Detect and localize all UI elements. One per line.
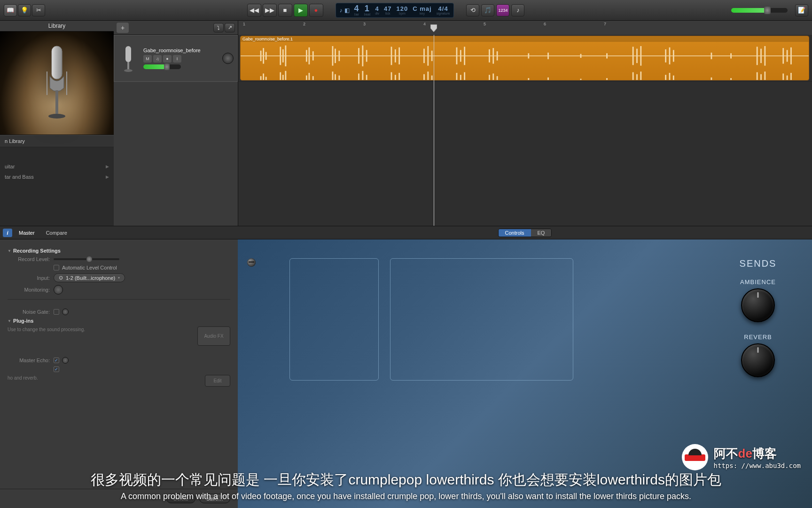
svg-rect-31	[456, 48, 458, 64]
svg-rect-78	[464, 72, 465, 80]
plugin-description: Use to change the sound processing.	[8, 326, 193, 333]
forward-button[interactable]: ▶▶	[263, 4, 277, 17]
lcd-display[interactable]: ♪◧ 4bar 1beat 4div 47tick 120bpm C majke…	[336, 3, 454, 18]
svg-rect-24	[366, 50, 367, 62]
svg-rect-19	[332, 46, 334, 66]
svg-rect-61	[306, 75, 307, 80]
svg-rect-80	[492, 73, 494, 80]
svg-rect-68	[362, 71, 363, 80]
top-toolbar: 📖 💡 ✂ ◀◀ ▶▶ ■ ▶ ● ♪◧ 4bar 1beat 4div 47t…	[0, 0, 812, 21]
input-select[interactable]: ⊙1-2 (Built...icrophone)	[54, 273, 125, 282]
input-monitor-button[interactable]: I	[173, 55, 181, 63]
delete-button[interactable]: Delete	[166, 494, 195, 503]
track-volume-slider[interactable]	[143, 64, 181, 69]
svg-rect-74	[427, 71, 429, 80]
svg-rect-45	[669, 48, 671, 64]
monitoring-label: Monitoring:	[8, 287, 50, 293]
svg-rect-69	[366, 75, 367, 80]
auto-level-checkbox[interactable]	[54, 265, 59, 270]
record-enable-button[interactable]: ●	[163, 55, 172, 63]
master-echo-label: Master Echo:	[8, 357, 50, 363]
rewind-button[interactable]: ◀◀	[247, 4, 261, 17]
track-header[interactable]: Gabe_roomnoise_before M ♫ ● I	[114, 35, 238, 82]
library-browser-header[interactable]: n Library	[0, 135, 114, 147]
cycle-button[interactable]: ⟲	[466, 4, 479, 16]
svg-rect-57	[265, 77, 267, 80]
edit-button[interactable]: Edit	[205, 375, 230, 387]
controls-tab[interactable]: Controls	[499, 229, 531, 237]
master-echo-knob[interactable]	[62, 357, 69, 364]
scissors-button[interactable]: ✂	[32, 4, 45, 16]
notepad-button[interactable]: 📝	[795, 4, 808, 16]
svg-rect-77	[460, 75, 461, 80]
compare-tab[interactable]: Compare	[41, 229, 72, 237]
microphone-icon	[40, 43, 73, 123]
master-tab[interactable]: Master	[14, 229, 39, 237]
reverb-knob[interactable]	[741, 343, 775, 377]
arrange-area[interactable]: Gabe_roomnoise_before.1	[238, 35, 812, 226]
svg-rect-71	[395, 75, 396, 80]
svg-rect-99	[790, 73, 792, 80]
ambience-knob[interactable]	[741, 288, 775, 322]
playhead-handle[interactable]	[430, 24, 437, 33]
master-volume-slider[interactable]	[731, 8, 788, 13]
plugins-header[interactable]: Plug-ins	[8, 318, 230, 324]
eq-tab[interactable]: EQ	[531, 229, 552, 237]
region-name: Gabe_roomnoise_before.1	[241, 36, 809, 42]
audio-fx-slot[interactable]: Audio FX	[197, 326, 230, 346]
catch-icon[interactable]: ↗	[225, 23, 235, 32]
quick-help-button[interactable]: 💡	[18, 4, 31, 16]
library-category-guitar[interactable]: uitar▶	[0, 161, 114, 172]
record-level-slider[interactable]	[54, 258, 119, 260]
svg-rect-1	[52, 46, 62, 79]
svg-rect-67	[358, 73, 359, 80]
stop-button[interactable]: ■	[278, 4, 292, 17]
play-button[interactable]: ▶	[294, 4, 308, 17]
info-tab[interactable]: i	[3, 229, 12, 237]
master-echo-checkbox[interactable]	[54, 357, 59, 363]
smart-control-slot-1[interactable]	[289, 258, 379, 381]
automation-icon[interactable]: ⤵	[213, 23, 224, 32]
library-category-bass[interactable]: tar and Bass▶	[0, 172, 114, 182]
record-button[interactable]: ●	[309, 4, 323, 17]
solo-button[interactable]: ♫	[153, 55, 162, 63]
metronome-button[interactable]: ♪	[511, 4, 524, 16]
svg-rect-23	[362, 46, 363, 66]
svg-rect-37	[528, 53, 529, 58]
noise-gate-checkbox[interactable]	[54, 309, 59, 315]
mute-button[interactable]: M	[143, 55, 152, 63]
svg-rect-58	[280, 72, 281, 80]
master-reverb-checkbox[interactable]	[54, 366, 59, 372]
svg-rect-12	[265, 52, 267, 60]
countin-button[interactable]: 1234	[496, 4, 509, 16]
svg-rect-7	[125, 46, 131, 62]
svg-rect-41	[632, 47, 634, 65]
audio-region[interactable]: Gabe_roomnoise_before.1	[240, 36, 809, 80]
lcd-beat: 1	[365, 4, 370, 13]
svg-rect-91	[673, 75, 674, 80]
svg-rect-75	[431, 75, 433, 80]
svg-rect-22	[358, 48, 359, 64]
lcd-tick: 47	[384, 6, 391, 12]
tuner-button[interactable]: 🎵	[481, 4, 494, 16]
monitoring-button[interactable]	[54, 285, 63, 294]
svg-rect-90	[669, 73, 671, 80]
svg-rect-93	[730, 78, 732, 80]
svg-rect-33	[464, 47, 465, 65]
pan-knob[interactable]	[222, 53, 234, 64]
library-toggle-button[interactable]: 📖	[4, 4, 17, 16]
noise-gate-edit-button[interactable]	[62, 309, 69, 315]
library-panel: Library n Library uitar▶ tar and Bass▶	[0, 21, 114, 226]
timeline-ruler[interactable]: 1 2 3 4 5 6 7	[238, 21, 812, 35]
svg-rect-89	[665, 75, 666, 80]
watermark-title: 阿不de博客	[714, 445, 801, 462]
lcd-tempo: 120	[397, 6, 408, 12]
svg-rect-29	[427, 46, 429, 66]
add-track-button[interactable]: +	[117, 23, 129, 33]
recording-settings-header[interactable]: Recording Settings	[8, 248, 230, 254]
svg-rect-42	[636, 49, 638, 64]
svg-rect-94	[757, 72, 758, 80]
save-button[interactable]: Save…	[199, 494, 230, 503]
smart-control-slot-2[interactable]	[390, 258, 573, 381]
watermark: 阿不de博客 https: //www.abu3d.com	[682, 444, 801, 470]
